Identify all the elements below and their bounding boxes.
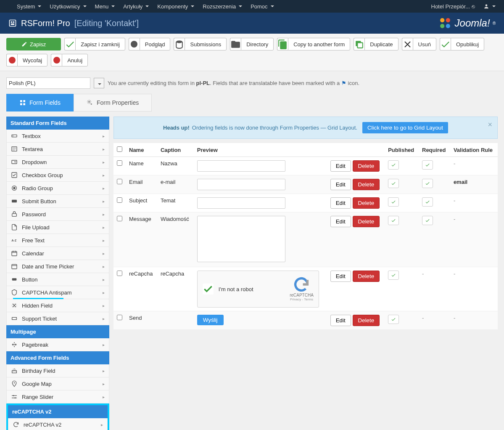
edit-button[interactable]: Edit: [330, 160, 351, 172]
sidebar-item-date-and-time-picker[interactable]: Date and Time Picker▸: [6, 260, 109, 273]
row-checkbox[interactable]: [117, 160, 122, 166]
edit-button[interactable]: Edit: [330, 179, 351, 190]
preview-textarea[interactable]: [197, 216, 285, 262]
language-info-text: You are currently editing this form in p…: [108, 80, 359, 86]
edit-button[interactable]: Edit: [330, 197, 351, 209]
directory-button[interactable]: Directory: [241, 38, 274, 50]
language-select[interactable]: Polish (PL): [6, 77, 90, 89]
select-all-checkbox[interactable]: [117, 146, 122, 152]
delete-button[interactable]: Usuń: [413, 38, 436, 50]
row-checkbox[interactable]: [117, 315, 122, 320]
chevron-right-icon: ▸: [103, 277, 105, 282]
sidebar-item-free-text[interactable]: A·ZFree Text▸: [6, 234, 109, 247]
sidebar-item-captcha-antispam[interactable]: CAPTCHA Antispam▸: [6, 286, 109, 299]
published-badge[interactable]: [388, 216, 399, 225]
preview-input[interactable]: [197, 197, 285, 209]
required-badge[interactable]: [422, 197, 433, 207]
sidebar-item-label: Range Slider: [22, 394, 53, 400]
svg-rect-11: [358, 42, 363, 48]
save-close-button[interactable]: Zapisz i zamknij: [75, 38, 125, 50]
folder-icon: [230, 38, 241, 50]
published-badge[interactable]: [388, 271, 399, 280]
submissions-button[interactable]: Submissions: [185, 38, 227, 50]
row-delete-button[interactable]: Delete: [353, 315, 380, 326]
row-delete-button[interactable]: Delete: [353, 179, 380, 190]
sidebar-item-google-map[interactable]: Google Map▸: [6, 377, 109, 390]
preview-button[interactable]: Podgląd: [140, 38, 171, 50]
menu-content[interactable]: Artykuły: [119, 1, 153, 12]
edit-button[interactable]: Edit: [330, 271, 351, 282]
published-badge[interactable]: [388, 160, 399, 170]
required-badge[interactable]: [422, 160, 433, 170]
sidebar-item-recaptcha-v2[interactable]: reCAPTCHA v2▸: [8, 418, 108, 430]
published-badge[interactable]: [388, 197, 399, 207]
tab-form-fields[interactable]: Form Fields: [6, 94, 74, 111]
row-delete-button[interactable]: Delete: [353, 271, 380, 282]
sidebar-item-submit-button[interactable]: Submit Button▸: [6, 195, 109, 208]
alert-close-button[interactable]: ×: [488, 120, 492, 129]
required-badge[interactable]: [422, 179, 433, 188]
edit-button[interactable]: Edit: [330, 216, 351, 227]
preview-input[interactable]: [197, 160, 285, 172]
grid-layout-button[interactable]: Click here to go to Grid Layout: [362, 122, 448, 133]
preview-input[interactable]: [197, 179, 285, 190]
sidebar-item-file-upload[interactable]: File Upload▸: [6, 221, 109, 234]
duplicate-button[interactable]: Duplicate: [364, 38, 398, 50]
sidebar-item-label: Radio Group: [22, 185, 53, 191]
published-badge[interactable]: [388, 315, 399, 324]
sidebar-item-textbox[interactable]: Textbox▸: [6, 130, 109, 143]
sidebar-item-radio-group[interactable]: Radio Group▸: [6, 182, 109, 195]
unpublish-button[interactable]: Wycofaj: [17, 54, 47, 66]
cancel-button[interactable]: Anuluj: [62, 54, 88, 66]
language-dropdown-button[interactable]: [94, 78, 104, 88]
sidebar-item-support-ticket[interactable]: Support Ticket▸: [6, 312, 109, 325]
published-badge[interactable]: [388, 179, 399, 188]
svg-point-16: [88, 101, 90, 103]
svg-rect-2: [11, 21, 12, 23]
row-delete-button[interactable]: Delete: [353, 160, 380, 172]
menu-components[interactable]: Komponenty: [153, 1, 198, 12]
sidebar-item-birthday-field[interactable]: Birthday Field▸: [6, 364, 109, 377]
row-name: Email: [126, 175, 157, 194]
copy-button[interactable]: Copy to another form: [288, 38, 350, 50]
sidebar-item-range-slider[interactable]: Range Slider▸: [6, 390, 109, 403]
user-menu[interactable]: [479, 1, 500, 11]
row-checkbox[interactable]: [117, 271, 122, 276]
row-checkbox[interactable]: [117, 216, 122, 221]
chevron-right-icon: ▸: [103, 395, 105, 399]
svg-point-38: [12, 318, 13, 319]
joomla-menu-icon[interactable]: [4, 4, 13, 8]
menu-system[interactable]: System: [13, 1, 45, 12]
preview-submit[interactable]: Wyślij: [197, 315, 224, 325]
sidebar-item-password[interactable]: Password▸: [6, 208, 109, 221]
site-link[interactable]: Hotel Przepiór... ⎋: [427, 1, 480, 12]
table-row: MessageWiadomośćEditDelete-: [113, 212, 498, 267]
sidebar-item-hidden-field[interactable]: Hidden Field▸: [6, 299, 109, 312]
row-delete-button[interactable]: Delete: [353, 197, 380, 209]
col-preview: Preview: [194, 143, 327, 157]
menu-users[interactable]: Użytkownicy: [45, 1, 90, 12]
tab-form-properties[interactable]: Form Properties: [74, 94, 152, 111]
sidebar-item-checkbox-group[interactable]: Checkbox Group▸: [6, 169, 109, 182]
chevron-right-icon: ▸: [103, 147, 105, 151]
row-checkbox[interactable]: [117, 197, 122, 203]
menu-menus[interactable]: Menu: [91, 1, 119, 12]
menu-help[interactable]: Pomoc: [246, 1, 278, 12]
admin-topbar: System Użytkownicy Menu Artykuły Kompone…: [0, 0, 504, 13]
sidebar-item-dropdown[interactable]: Dropdown▸: [6, 156, 109, 169]
sidebar-item-label: Button: [22, 276, 38, 283]
chevron-right-icon: ▸: [103, 160, 105, 165]
recaptcha-widget[interactable]: I'm not a robotreCAPTCHAPrivacy - Terms: [197, 271, 319, 308]
sidebar-item-label: Textarea: [22, 146, 43, 152]
sidebar-item-button[interactable]: Button▸: [6, 273, 109, 286]
row-delete-button[interactable]: Delete: [353, 216, 380, 227]
edit-button[interactable]: Edit: [330, 315, 351, 326]
row-checkbox[interactable]: [117, 179, 122, 184]
sidebar-item-calendar[interactable]: Calendar▸: [6, 247, 109, 260]
sidebar-item-pagebreak[interactable]: Pagebreak▸: [6, 338, 109, 351]
required-badge[interactable]: [422, 216, 433, 225]
publish-button[interactable]: Opublikuj: [451, 38, 484, 50]
sidebar-item-textarea[interactable]: Textarea▸: [6, 143, 109, 156]
save-button[interactable]: Zapisz: [6, 38, 61, 50]
menu-extensions[interactable]: Rozszerzenia: [198, 1, 246, 12]
